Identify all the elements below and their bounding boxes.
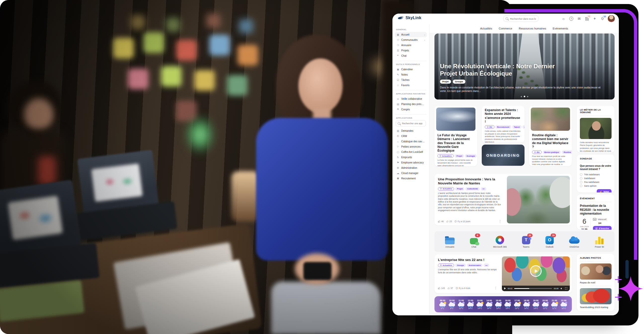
sidebar-item-projets[interactable]: ☰ Projets [395,48,427,53]
news-card-gare[interactable]: Le Futur du Voyage Démarre : Lancement d… [434,106,477,166]
widget-sondage[interactable]: SONDAGE Que pensez-vous de votre nouvel … [577,155,615,192]
app-shortcut-teams[interactable]: T32 Teams [522,235,530,248]
carousel-dot[interactable] [527,96,528,97]
register-button[interactable]: ☑S’inscrire [593,226,612,230]
kebab-menu-icon[interactable]: ⋮ [499,220,501,223]
like-button[interactable]: 143 [438,287,445,289]
app-shortcut-powerbi[interactable]: Power BI [595,235,604,248]
app-search[interactable] [396,120,426,126]
user-avatar[interactable] [608,15,615,22]
tag[interactable]: Projet [455,187,464,191]
app-search-input[interactable] [401,122,424,125]
tag[interactable]: Anniversaire [467,263,482,267]
sidebar-item-emprunts[interactable]: ↻ Emprunts [395,155,427,160]
sidebar-item-accueil[interactable]: ▦ Accueil › [395,32,427,37]
widget-event[interactable]: ÉVÈNEMENT Présentation de la RE2020 : la… [577,194,615,230]
tag-more[interactable]: ••• [481,187,486,191]
sidebar-item-conges[interactable]: ☂ Congés [395,107,427,112]
sidebar-item-recrutement[interactable]: ⚉ Recrutement [395,176,427,181]
tag[interactable]: Projet [455,154,464,158]
sidebar-item-advocacy[interactable]: ⚑ Employee advocacy [395,160,427,165]
brand-logo[interactable]: SkyLink [397,16,421,20]
radio-icon[interactable] [580,181,582,183]
tag-primary[interactable]: ⚇Actualités [438,263,454,267]
sidebar-item-communautes[interactable]: ⚇ Communautés › [395,37,427,43]
app-shortcut-annuaire[interactable]: Annuaire [445,235,455,248]
tag-more[interactable]: ••• [484,263,489,267]
sidebar-item-favoris[interactable]: ☆ Favoris [395,83,427,88]
onboarding-image-card[interactable]: ONBOARDING [482,145,525,166]
sidebar-item-annonces[interactable]: ⚐ Petites annonces [395,144,427,149]
tag[interactable]: Talent [512,125,521,129]
theme-icon[interactable]: ☼ [561,16,566,21]
sidebar-item-annuaire[interactable]: ⚆ Annuaire [395,43,427,48]
vote-button[interactable]: ☝Voter [597,189,612,192]
comments-button[interactable]: 23 [446,220,452,223]
hero-tag[interactable]: Groupe [453,80,465,84]
tag[interactable]: Bonne pratique [543,150,561,154]
sondage-option[interactable]: Très satisfaisant [580,173,612,176]
notifications-bell-icon[interactable]: 18 [600,16,605,21]
video-progress-bar[interactable] [514,288,552,289]
nav-rh[interactable]: Ressources humaines [519,27,546,30]
carousel-dot[interactable] [521,96,522,97]
sidebar-item-coffre[interactable]: ▢ Coffre-fort LockSelf [395,149,427,155]
tag-primary[interactable]: ⚇RH [532,150,542,154]
album-photo-repas[interactable] [580,263,612,280]
sidebar-item-notes[interactable]: ✎ Notes [395,72,427,77]
sidebar-item-taches[interactable]: ☑ Tâches [395,77,427,83]
fullscreen-icon[interactable] [565,287,568,290]
app-shortcut-chat[interactable]: 6 Chat [470,235,478,248]
global-search-input[interactable] [510,17,536,20]
hero-tag[interactable]: Projet [440,80,451,84]
app-shortcut-onedrive[interactable]: OneDrive [569,235,580,248]
sidebar-item-veille[interactable]: ∞ Veille collaborative [395,96,427,102]
news-card-anniversary[interactable]: L’entreprise fête ses 22 ans ! ⚇Actualit… [434,254,572,293]
tag-primary[interactable]: ⚇Actualités [437,154,454,158]
app-shortcut-microsoft365[interactable]: Microsoft 365 [493,235,507,248]
tag-more[interactable]: ••• [522,125,525,129]
sidebar-item-calendrier[interactable]: ▣ Calendrier [395,67,427,72]
comments-button[interactable]: 57 [447,287,453,289]
sidebar-item-demandes[interactable]: ▥ Demandes [395,128,427,133]
anniversary-video-player[interactable]: 00:03 00:09 [502,256,570,291]
news-card-mairie[interactable]: Une Proposition Innovante : Vers la Nouv… [434,174,572,225]
nav-evenements[interactable]: Evénements [553,27,568,30]
sidebar-item-crm[interactable]: © CRM [395,133,427,139]
radio-icon[interactable] [580,173,582,176]
tag-primary[interactable]: ⚇RH [485,125,494,129]
sidebar-item-chat[interactable]: ❞ Chat [395,53,427,58]
volume-icon[interactable] [560,287,563,290]
tag[interactable]: Routine [562,150,572,154]
nav-commerce[interactable]: Commerce [499,27,512,30]
apps-grid-icon[interactable]: 7 [584,16,589,21]
global-search[interactable] [503,15,539,22]
radio-icon[interactable] [580,177,582,180]
tag[interactable]: Groupe [455,263,466,267]
sidebar-item-catalogue[interactable]: ⌂ Catalogue des savoirs [395,139,427,144]
nav-actualites[interactable]: Actualités [480,27,492,30]
album-photo-karting[interactable] [580,288,612,304]
sondage-option[interactable]: Satisfaisant [580,176,612,180]
sondage-option[interactable]: Peu satisfaisant [580,180,612,184]
news-card-expansion[interactable]: Expansion et Talents : Notre année 2024 … [482,106,525,143]
tag-primary[interactable]: ⚇Actualités [438,187,454,191]
news-card-routine[interactable]: Routine digitale : comment bien me servi… [529,106,572,166]
hero-carousel[interactable]: Une Révolution Verticale : Notre Dernier… [434,34,615,99]
tag[interactable]: Collectivité [465,187,480,191]
sidebar-item-administration[interactable]: ⚙ Administration [395,165,427,171]
add-icon[interactable]: + [592,16,597,21]
sidebar-item-cloud[interactable]: ☁ Cloud manager [395,171,427,176]
radio-icon[interactable] [580,185,582,187]
widget-metier[interactable]: LE MÉTIER DE LA SEMAINE Cette semaine no… [577,106,615,153]
carousel-dot-active[interactable] [524,96,525,97]
sondage-option[interactable]: Sans opinion [580,184,612,188]
mail-icon[interactable]: ✉ [577,16,582,21]
play-icon[interactable] [504,287,506,289]
tag[interactable]: Ecologie [465,154,477,158]
widget-albums[interactable]: ALBUMS PHOTOS Repas de noël Teambuilding… [577,254,615,311]
play-button[interactable] [530,265,542,277]
kebab-menu-icon[interactable]: ⋮ [494,286,497,290]
app-shortcut-outlook[interactable]: O15 Outlook [545,235,554,248]
sidebar-item-planning[interactable]: ▤ Planning des présences [395,102,427,107]
